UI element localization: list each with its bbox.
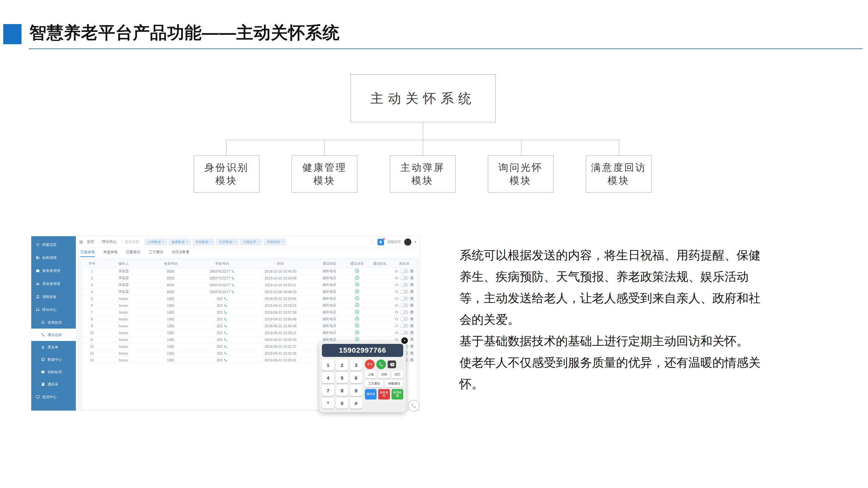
dialer-key-*[interactable]: * <box>322 397 334 409</box>
play-recording-icon[interactable] <box>355 310 359 314</box>
sidebar-item[interactable]: 智能设备 <box>31 290 76 303</box>
dial-phone-icon[interactable] <box>224 304 227 307</box>
play-recording-icon[interactable] <box>355 269 359 273</box>
tab-已拨电话[interactable]: 已拨电话 <box>126 250 140 257</box>
tab-三方通话[interactable]: 三方通话 <box>149 250 163 257</box>
page-tag[interactable]: 养老数据× <box>193 239 215 245</box>
call-feature-button[interactable]: 转接通话 <box>385 380 404 388</box>
close-icon[interactable]: × <box>401 337 408 344</box>
close-icon[interactable]: × <box>162 240 164 244</box>
play-recording-icon[interactable] <box>355 323 359 328</box>
dialer-key-0[interactable]: 0 <box>336 397 348 409</box>
sidebar-subitem[interactable]: 黑名单 <box>31 341 76 353</box>
dial-phone-icon[interactable] <box>224 297 227 300</box>
blacklist-toggle[interactable] <box>400 324 408 328</box>
notification-button[interactable] <box>377 239 384 245</box>
dialer-key-3[interactable]: 3 <box>350 359 362 370</box>
dial-phone-icon[interactable] <box>224 352 227 355</box>
page-tag[interactable]: 健康数据× <box>169 239 191 245</box>
blacklist-toggle[interactable] <box>400 269 408 273</box>
blacklist-toggle[interactable] <box>400 296 408 301</box>
dial-phone-icon[interactable] <box>231 283 235 287</box>
sidebar-item[interactable]: 呼叫中心 <box>31 303 76 316</box>
agent-status-button[interactable]: 上线 <box>365 371 377 378</box>
call-button[interactable] <box>376 359 386 369</box>
hangup-button[interactable] <box>365 359 375 369</box>
play-recording-icon[interactable] <box>355 289 359 293</box>
sidebar-subitem[interactable]: 通讯录 <box>31 378 76 390</box>
dial-phone-icon[interactable] <box>231 270 235 273</box>
dialer-key-4[interactable]: 4 <box>322 372 334 383</box>
dialer-key-#[interactable]: # <box>350 397 362 409</box>
dialer-key-8[interactable]: 8 <box>336 385 348 396</box>
blacklist-toggle[interactable] <box>400 283 408 287</box>
close-icon[interactable]: × <box>234 240 236 244</box>
call-feature-button[interactable]: 三方通话 <box>365 380 383 388</box>
play-recording-icon[interactable] <box>355 275 359 280</box>
sidebar-subitem[interactable]: 坐席状态 <box>31 316 76 329</box>
agent-status-button[interactable]: 示忙 <box>392 371 403 378</box>
dial-phone-icon[interactable] <box>224 311 227 314</box>
play-recording-icon[interactable] <box>355 330 359 334</box>
blacklist-toggle[interactable] <box>400 310 408 314</box>
page-tag[interactable]: 位置数据× <box>216 239 238 245</box>
quick-action-button[interactable]: 通讯录 <box>365 389 377 399</box>
blacklist-toggle[interactable] <box>400 276 408 280</box>
sidebar-item[interactable]: 监控中心 <box>31 390 76 403</box>
dial-phone-icon[interactable] <box>224 338 227 341</box>
sidebar-subitem[interactable]: 通话记录 <box>31 329 76 341</box>
sidebar-subitem[interactable]: 救援中心 <box>31 353 76 366</box>
breadcrumb-home[interactable]: 首页 <box>87 239 94 244</box>
collapse-menu-icon[interactable] <box>79 240 84 244</box>
avatar[interactable] <box>404 238 411 246</box>
dial-phone-icon[interactable] <box>224 345 227 348</box>
sidebar-item[interactable]: 档案信息 <box>31 238 76 251</box>
dial-phone-icon[interactable] <box>224 331 227 334</box>
sidebar-item[interactable]: 养老者管理 <box>31 277 76 290</box>
play-recording-icon[interactable] <box>355 303 359 307</box>
dial-phone-icon[interactable] <box>224 318 227 321</box>
close-icon[interactable]: × <box>186 240 188 244</box>
quick-action-button[interactable]: 急救资料 <box>378 389 390 399</box>
play-recording-icon[interactable] <box>355 296 359 300</box>
orgchart-connector <box>423 140 423 156</box>
sidebar-item[interactable]: 机构管理 <box>31 251 76 264</box>
page-tag[interactable]: 心率数据× <box>145 239 167 245</box>
close-icon[interactable]: × <box>210 240 212 244</box>
play-recording-icon[interactable] <box>355 317 359 321</box>
close-icon[interactable]: × <box>281 240 283 244</box>
page-tag[interactable]: 问题处理× <box>241 239 262 245</box>
close-icon[interactable]: × <box>258 240 260 244</box>
page-tag[interactable]: 养老机构× <box>264 239 286 245</box>
dialer-key-9[interactable]: 9 <box>350 385 362 396</box>
blacklist-toggle[interactable] <box>400 330 408 335</box>
tab-未接来电[interactable]: 未接来电 <box>103 250 118 257</box>
dialer-key-5[interactable]: 5 <box>336 372 348 383</box>
tab-当日话务量[interactable]: 当日话务量 <box>172 250 189 257</box>
breadcrumb-callcenter[interactable]: 呼叫中心 <box>97 239 117 244</box>
dialer-key-7[interactable]: 7 <box>322 385 334 396</box>
chevron-down-icon[interactable]: ▾ <box>415 240 416 244</box>
agent-status-button[interactable]: 示闲 <box>378 371 390 378</box>
blacklist-toggle[interactable] <box>400 303 408 307</box>
phone-icon <box>411 403 416 408</box>
sidebar-item[interactable]: 服务商管理 <box>31 264 76 277</box>
backspace-button[interactable] <box>388 360 396 368</box>
description-paragraph: 系统可以根据发送的内容，将生日祝福、用药提醒、保健养生、疾病预防、天气预报、养老… <box>460 245 768 330</box>
dial-phone-icon[interactable] <box>231 276 235 280</box>
softphone-toggle-button[interactable] <box>408 400 420 412</box>
sidebar-subitem[interactable]: 挂机短信 <box>31 366 76 378</box>
dial-phone-icon[interactable] <box>224 324 227 328</box>
play-recording-icon[interactable] <box>355 282 359 287</box>
play-recording-icon[interactable] <box>355 337 359 341</box>
fullscreen-icon[interactable] <box>369 239 374 245</box>
dial-phone-icon[interactable] <box>231 290 235 293</box>
quick-action-button[interactable]: 联系家属 <box>392 389 403 399</box>
dial-phone-icon[interactable] <box>224 359 227 362</box>
blacklist-toggle[interactable] <box>400 290 408 294</box>
dialer-key-6[interactable]: 6 <box>350 372 362 383</box>
tab-已接来电[interactable]: 已接来电 <box>81 250 95 257</box>
dialer-key-1[interactable]: 1 <box>322 359 334 370</box>
dialer-key-2[interactable]: 2 <box>336 359 348 370</box>
blacklist-toggle[interactable] <box>400 317 408 321</box>
